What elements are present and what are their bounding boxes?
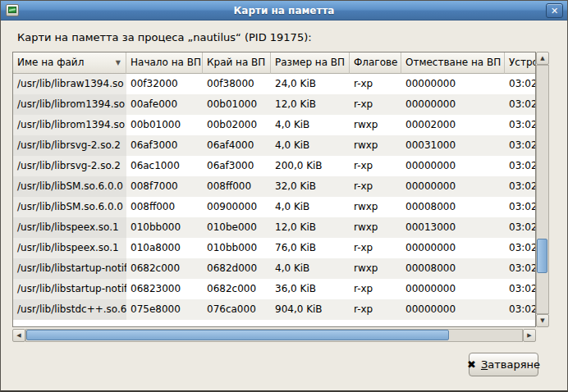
table-row[interactable]: /usr/lib/libspeex.so.1010bb000010be00012…: [13, 217, 535, 238]
process-description-label: Карти на паметта за процеса „nautilus“ (…: [17, 31, 312, 43]
table-row[interactable]: /usr/lib/libraw1394.so00f3200000f3800024…: [13, 74, 535, 94]
column-header-device[interactable]: Устройство: [505, 52, 536, 74]
cell-flags: r-xp: [350, 94, 401, 115]
memory-maps-dialog: Карти на паметта ✕ Карти на паметта за п…: [0, 0, 568, 392]
cell-filename: /usr/lib/libstartup-notification: [13, 258, 126, 279]
cell-device: 03:02: [505, 115, 536, 135]
titlebar[interactable]: Карти на паметта ✕: [1, 1, 567, 21]
table-row[interactable]: /usr/lib/librsvg-2.so.206af300006af40004…: [13, 135, 535, 156]
column-header-vm_offset[interactable]: Отместване на ВП: [401, 52, 505, 74]
column-header-label: Име на файл: [17, 57, 84, 68]
table-row[interactable]: /usr/lib/libSM.so.6.0.0008ff000009000004…: [13, 197, 535, 217]
vertical-scrollbar[interactable]: ▲ ▼: [536, 52, 549, 327]
cell-filename: /usr/lib/librom1394.so: [13, 94, 126, 115]
vertical-scrollbar-thumb[interactable]: [537, 239, 547, 273]
column-header-filename[interactable]: Име на файл▼: [13, 52, 126, 74]
cell-filename: /usr/lib/libraw1394.so: [13, 74, 126, 94]
table-row[interactable]: /usr/lib/libstartup-notification06823000…: [13, 279, 535, 299]
column-header-vm_end[interactable]: Край на ВП: [203, 52, 271, 74]
cell-vm_offset: 00000000: [401, 176, 505, 197]
cell-vm_start: 008f7000: [126, 176, 203, 197]
cell-flags: rwxp: [350, 135, 401, 156]
scroll-down-icon[interactable]: ▼: [536, 314, 549, 327]
cell-vm_end: 00b01000: [203, 94, 271, 115]
close-button[interactable]: ✖ Затваряне: [469, 353, 538, 376]
cell-vm_size: 12,0 KiB: [271, 217, 350, 238]
vertical-scrollbar-track[interactable]: [536, 65, 549, 314]
cell-flags: rwxp: [350, 258, 401, 279]
cell-vm_start: 06af3000: [126, 135, 203, 156]
column-header-label: Устройство: [509, 57, 536, 68]
cell-vm_start: 06823000: [126, 279, 203, 299]
cell-vm_start: 06ac1000: [126, 156, 203, 176]
column-header-label: Край на ВП: [207, 57, 265, 68]
column-header-label: Флагове: [354, 57, 397, 68]
cell-filename: /usr/lib/libSM.so.6.0.0: [13, 197, 126, 217]
cell-vm_start: 008ff000: [126, 197, 203, 217]
scroll-right-icon[interactable]: ▶: [523, 329, 536, 342]
cell-vm_size: 24,0 KiB: [271, 74, 350, 94]
memory-maps-table: Име на файл▼Начало на ВПКрай на ВПРазмер…: [12, 52, 536, 327]
column-header-flags[interactable]: Флагове: [350, 52, 401, 74]
cell-flags: r-xp: [350, 279, 401, 299]
cell-vm_size: 4,0 KiB: [271, 135, 350, 156]
cell-vm_size: 200,0 KiB: [271, 156, 350, 176]
cell-filename: /usr/lib/libspeex.so.1: [13, 238, 126, 258]
cell-flags: r-xp: [350, 238, 401, 258]
cell-vm_size: 36,0 KiB: [271, 279, 350, 299]
cell-vm_end: 010be000: [203, 217, 271, 238]
cell-vm_end: 076ca000: [203, 299, 271, 320]
cell-vm_offset: 00000000: [401, 279, 505, 299]
cell-flags: r-xp: [350, 176, 401, 197]
table-row[interactable]: /usr/lib/libstartup-notification0682c000…: [13, 258, 535, 279]
window-close-icon[interactable]: ✕: [546, 3, 563, 18]
cell-vm_end: 0682d000: [203, 258, 271, 279]
table-row[interactable]: /usr/lib/librom1394.so00b0100000b020004,…: [13, 115, 535, 135]
column-header-vm_start[interactable]: Начало на ВП: [126, 52, 203, 74]
cell-vm_start: 00f32000: [126, 74, 203, 94]
cell-device: 03:02: [505, 74, 536, 94]
cell-vm_end: 0682c000: [203, 279, 271, 299]
cell-vm_start: 010a8000: [126, 238, 203, 258]
table-row[interactable]: /usr/lib/libspeex.so.1010a8000010bb00076…: [13, 238, 535, 258]
cell-filename: /usr/lib/librom1394.so: [13, 115, 126, 135]
cell-vm_size: 12,0 KiB: [271, 94, 350, 115]
cell-vm_end: 06af3000: [203, 156, 271, 176]
cell-device: 03:02: [505, 156, 536, 176]
sort-descending-icon: ▼: [116, 52, 121, 73]
cell-vm_offset: 00000000: [401, 238, 505, 258]
column-header-vm_size[interactable]: Размер на ВП: [271, 52, 350, 74]
table-row[interactable]: /usr/lib/libstdc++.so.6075e8000076ca0009…: [13, 299, 535, 320]
table-row[interactable]: /usr/lib/librom1394.so00afe00000b0100012…: [13, 94, 535, 115]
cell-vm_end: 008ff000: [203, 176, 271, 197]
cell-flags: r-xp: [350, 74, 401, 94]
cell-vm_offset: 00008000: [401, 258, 505, 279]
horizontal-scrollbar[interactable]: ◀ ▶: [12, 329, 536, 342]
close-x-icon: ✖: [467, 358, 476, 371]
horizontal-scrollbar-thumb[interactable]: [26, 330, 449, 340]
cell-filename: /usr/lib/librsvg-2.so.2: [13, 135, 126, 156]
cell-vm_size: 76,0 KiB: [271, 238, 350, 258]
table-row[interactable]: /usr/lib/librsvg-2.so.206ac100006af30002…: [13, 156, 535, 176]
cell-device: 03:02: [505, 279, 536, 299]
cell-vm_offset: 00000000: [401, 156, 505, 176]
column-header-label: Отместване на ВП: [405, 57, 501, 68]
scroll-up-icon[interactable]: ▲: [536, 52, 549, 65]
cell-vm_size: 904,0 KiB: [271, 299, 350, 320]
cell-vm_offset: 00031000: [401, 135, 505, 156]
cell-vm_end: 00900000: [203, 197, 271, 217]
table-row[interactable]: /usr/lib/libSM.so.6.0.0008f7000008ff0003…: [13, 176, 535, 197]
cell-vm_start: 00b01000: [126, 115, 203, 135]
cell-vm_end: 00f38000: [203, 74, 271, 94]
cell-vm_start: 075e8000: [126, 299, 203, 320]
scroll-left-icon[interactable]: ◀: [12, 329, 25, 342]
cell-vm_end: 06af4000: [203, 135, 271, 156]
cell-vm_size: 32,0 KiB: [271, 176, 350, 197]
cell-device: 03:02: [505, 217, 536, 238]
cell-filename: /usr/lib/libspeex.so.1: [13, 217, 126, 238]
cell-filename: /usr/lib/libstdc++.so.6: [13, 299, 126, 320]
system-monitor-icon: [6, 4, 19, 16]
horizontal-scrollbar-track[interactable]: [25, 329, 523, 342]
cell-flags: rwxp: [350, 115, 401, 135]
cell-vm_offset: 00000000: [401, 299, 505, 320]
